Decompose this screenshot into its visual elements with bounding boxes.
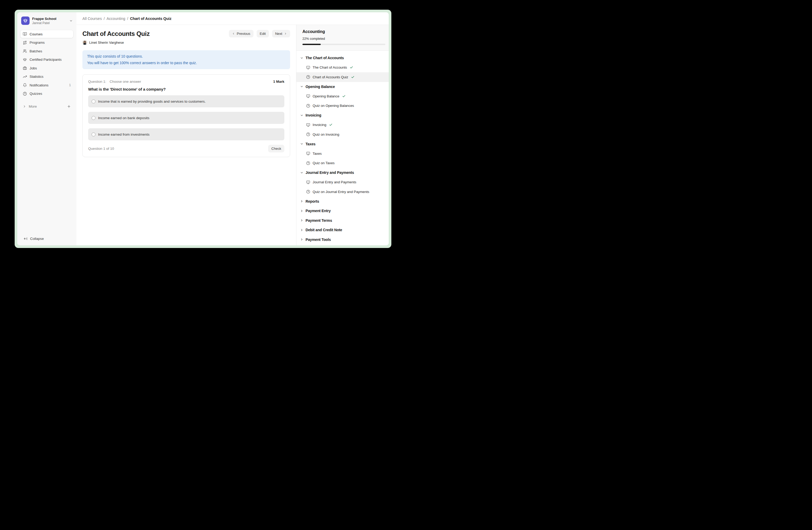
radio-button[interactable] [91, 116, 96, 120]
sidebar-item-batches[interactable]: Batches [20, 47, 73, 55]
chevron-down-icon [300, 56, 303, 60]
add-button[interactable] [67, 104, 71, 108]
lesson-icon [306, 66, 310, 70]
outline-quiz-quiz-on-opening-balances[interactable]: Quiz on Opening Balances [296, 101, 389, 111]
sidebar-item-statistics[interactable]: Statistics [20, 73, 73, 81]
breadcrumb-separator: / [104, 16, 105, 21]
breadcrumb-accounting[interactable]: Accounting [106, 16, 125, 21]
quiz-notice: This quiz consists of 10 questions. You … [83, 50, 290, 69]
answer-option-1[interactable]: Income that is earned by providing goods… [88, 95, 284, 107]
course-outline: The Chart of Accounts The Chart of Accou… [296, 51, 389, 244]
quiz-icon [306, 161, 310, 165]
sidebar-item-programs[interactable]: Programs [20, 39, 73, 46]
left-sidebar: Frappe School Jannat Patel Courses Progr… [17, 12, 76, 245]
outline-lesson-the-chart-of-accounts[interactable]: The Chart of Accounts [296, 63, 389, 72]
collapse-sidebar-icon [24, 237, 28, 241]
sidebar-item-jobs[interactable]: Jobs [20, 64, 73, 72]
collapse-button[interactable]: Collapse [17, 237, 76, 245]
outline-section-the-chart-of-accounts[interactable]: The Chart of Accounts [296, 53, 389, 63]
sidebar-item-certified-participants[interactable]: Certified Participants [20, 56, 73, 64]
answer-option-3[interactable]: Income earned from investments [88, 128, 284, 140]
outline-quiz-quiz-on-invoicing[interactable]: Quiz on Invoicing [296, 130, 389, 139]
quiz-icon [306, 190, 310, 194]
sidebar-item-quizzes[interactable]: Quizzes [20, 90, 73, 98]
outline-section-payment-entry[interactable]: Payment Entry [296, 206, 389, 216]
workspace-switcher[interactable]: Frappe School Jannat Patel [17, 12, 76, 28]
outline-lesson-taxes[interactable]: Taxes [296, 149, 389, 158]
check-icon [350, 66, 353, 69]
workspace-user: Jannat Patel [32, 21, 67, 25]
sidebar-nav: Courses Programs Batches Certified Parti… [17, 28, 76, 98]
workspace-name: Frappe School [32, 17, 67, 21]
notice-line-1: This quiz consists of 10 questions. [87, 53, 286, 60]
question-number-label: Question 1: [88, 80, 106, 84]
chevron-down-icon [300, 114, 303, 117]
outline-quiz-quiz-on-journal-entry-and-payments[interactable]: Quiz on Journal Entry and Payments [296, 187, 389, 197]
next-button[interactable]: Next [272, 30, 290, 38]
sidebar-more[interactable]: More [20, 102, 73, 110]
question-text: What is the 'Direct Income' of a company… [88, 87, 284, 92]
outline-section-payment-terms[interactable]: Payment Terms [296, 216, 389, 225]
breadcrumb-current: Chart of Accounts Quiz [130, 16, 171, 21]
notification-count-badge: 1 [69, 83, 71, 87]
collapse-label: Collapse [30, 237, 44, 241]
more-label: More [29, 104, 37, 108]
author-avatar [83, 40, 87, 45]
answer-options: Income that is earned by providing goods… [88, 95, 284, 140]
sidebar-item-courses[interactable]: Courses [20, 30, 73, 38]
outline-section-reports[interactable]: Reports [296, 197, 389, 206]
frappe-school-logo [21, 16, 30, 25]
course-outline-panel: Accounting 22% completed The Chart of Ac… [296, 25, 389, 245]
quiz-icon [306, 75, 310, 79]
question-instruction: Choose one answer [110, 80, 141, 84]
course-title: Accounting [302, 29, 385, 34]
app-window: Frappe School Jannat Patel Courses Progr… [17, 12, 389, 245]
previous-button[interactable]: Previous [229, 30, 253, 38]
users-icon [23, 49, 27, 53]
sidebar-item-notifications[interactable]: Notifications 1 [20, 81, 73, 89]
course-progress-fill [302, 44, 321, 45]
breadcrumb: All Courses / Accounting / Chart of Acco… [83, 16, 171, 21]
course-progress-bar [302, 44, 385, 45]
quiz-icon [306, 132, 310, 137]
app-window-frame: Frappe School Jannat Patel Courses Progr… [15, 10, 391, 248]
outline-section-payment-tools[interactable]: Payment Tools [296, 235, 389, 245]
chevron-right-icon [300, 209, 303, 213]
breadcrumb-all-courses[interactable]: All Courses [83, 16, 102, 21]
lesson-icon [306, 151, 310, 155]
outline-lesson-opening-balance[interactable]: Opening Balance [296, 92, 389, 101]
graduation-cap-icon [23, 58, 27, 62]
briefcase-icon [23, 66, 27, 70]
radio-button[interactable] [91, 99, 96, 103]
chevron-left-icon [232, 32, 235, 35]
chevron-down-icon [300, 85, 303, 88]
chevron-right-icon [300, 199, 303, 203]
question-card: Question 1: Choose one answer 1 Mark Wha… [83, 74, 290, 157]
outline-lesson-invoicing[interactable]: Invoicing [296, 120, 389, 130]
outline-quiz-quiz-on-taxes[interactable]: Quiz on Taxes [296, 158, 389, 168]
outline-section-debit-and-credit-note[interactable]: Debit and Credit Note [296, 225, 389, 235]
check-button[interactable]: Check [268, 145, 284, 152]
chevron-right-icon [300, 238, 303, 241]
answer-option-2[interactable]: Income earned on bank deposits [88, 112, 284, 124]
question-pagination: Question 1 of 10 [88, 147, 114, 151]
outline-section-invoicing[interactable]: Invoicing [296, 111, 389, 120]
course-progress-text: 22% completed [302, 37, 385, 41]
check-icon [329, 123, 333, 126]
lesson-icon [306, 180, 310, 184]
route-icon [23, 41, 27, 45]
edit-button[interactable]: Edit [257, 30, 269, 38]
chevron-down-icon [300, 142, 303, 145]
author-name: Linet Sherin Varghese [89, 41, 124, 44]
quiz-icon [306, 104, 310, 108]
outline-lesson-journal-entry-and-payments[interactable]: Journal Entry and Payments [296, 178, 389, 187]
outline-quiz-chart-of-accounts-quiz[interactable]: Chart of Accounts Quiz [296, 72, 389, 82]
lesson-icon [306, 123, 310, 127]
outline-section-opening-balance[interactable]: Opening Balance [296, 82, 389, 92]
check-icon [342, 95, 346, 98]
breadcrumb-separator: / [127, 16, 128, 21]
lesson-icon [306, 94, 310, 98]
radio-button[interactable] [91, 132, 96, 137]
outline-section-taxes[interactable]: Taxes [296, 139, 389, 149]
outline-section-journal-entry-and-payments[interactable]: Journal Entry and Payments [296, 168, 389, 178]
